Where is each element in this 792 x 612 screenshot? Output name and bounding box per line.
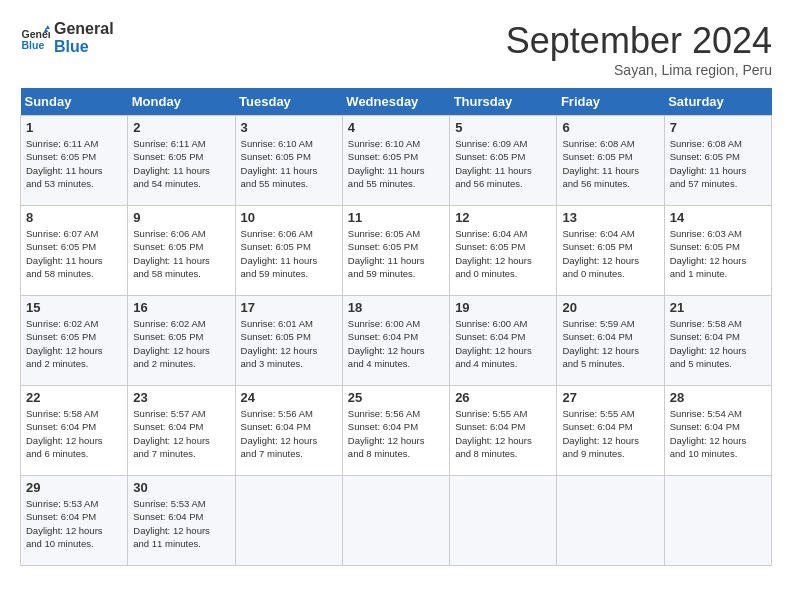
day-info: Sunrise: 6:01 AM Sunset: 6:05 PM Dayligh… [241, 317, 337, 370]
day-info: Sunrise: 5:58 AM Sunset: 6:04 PM Dayligh… [26, 407, 122, 460]
day-number: 5 [455, 120, 551, 135]
day-number: 12 [455, 210, 551, 225]
day-info: Sunrise: 6:00 AM Sunset: 6:04 PM Dayligh… [348, 317, 444, 370]
col-header-thursday: Thursday [450, 88, 557, 116]
calendar-cell [235, 476, 342, 566]
calendar-cell: 16Sunrise: 6:02 AM Sunset: 6:05 PM Dayli… [128, 296, 235, 386]
col-header-saturday: Saturday [664, 88, 771, 116]
calendar-cell: 25Sunrise: 5:56 AM Sunset: 6:04 PM Dayli… [342, 386, 449, 476]
calendar-cell: 4Sunrise: 6:10 AM Sunset: 6:05 PM Daylig… [342, 116, 449, 206]
col-header-monday: Monday [128, 88, 235, 116]
col-header-wednesday: Wednesday [342, 88, 449, 116]
calendar-cell [342, 476, 449, 566]
day-info: Sunrise: 6:02 AM Sunset: 6:05 PM Dayligh… [133, 317, 229, 370]
day-number: 10 [241, 210, 337, 225]
calendar-cell [664, 476, 771, 566]
calendar-cell: 13Sunrise: 6:04 AM Sunset: 6:05 PM Dayli… [557, 206, 664, 296]
calendar-body: 1Sunrise: 6:11 AM Sunset: 6:05 PM Daylig… [21, 116, 772, 566]
day-number: 11 [348, 210, 444, 225]
day-info: Sunrise: 6:06 AM Sunset: 6:05 PM Dayligh… [133, 227, 229, 280]
day-number: 28 [670, 390, 766, 405]
day-info: Sunrise: 5:57 AM Sunset: 6:04 PM Dayligh… [133, 407, 229, 460]
calendar-week-5: 29Sunrise: 5:53 AM Sunset: 6:04 PM Dayli… [21, 476, 772, 566]
day-info: Sunrise: 6:11 AM Sunset: 6:05 PM Dayligh… [26, 137, 122, 190]
calendar-cell: 14Sunrise: 6:03 AM Sunset: 6:05 PM Dayli… [664, 206, 771, 296]
day-number: 20 [562, 300, 658, 315]
calendar-cell: 26Sunrise: 5:55 AM Sunset: 6:04 PM Dayli… [450, 386, 557, 476]
day-number: 2 [133, 120, 229, 135]
svg-text:Blue: Blue [22, 38, 45, 50]
calendar-cell: 19Sunrise: 6:00 AM Sunset: 6:04 PM Dayli… [450, 296, 557, 386]
calendar-cell: 8Sunrise: 6:07 AM Sunset: 6:05 PM Daylig… [21, 206, 128, 296]
calendar-cell: 10Sunrise: 6:06 AM Sunset: 6:05 PM Dayli… [235, 206, 342, 296]
calendar-cell: 20Sunrise: 5:59 AM Sunset: 6:04 PM Dayli… [557, 296, 664, 386]
day-number: 21 [670, 300, 766, 315]
day-number: 6 [562, 120, 658, 135]
calendar-cell: 24Sunrise: 5:56 AM Sunset: 6:04 PM Dayli… [235, 386, 342, 476]
calendar-cell: 7Sunrise: 6:08 AM Sunset: 6:05 PM Daylig… [664, 116, 771, 206]
day-number: 8 [26, 210, 122, 225]
day-number: 3 [241, 120, 337, 135]
day-info: Sunrise: 5:54 AM Sunset: 6:04 PM Dayligh… [670, 407, 766, 460]
calendar-cell: 18Sunrise: 6:00 AM Sunset: 6:04 PM Dayli… [342, 296, 449, 386]
day-info: Sunrise: 6:08 AM Sunset: 6:05 PM Dayligh… [670, 137, 766, 190]
day-number: 15 [26, 300, 122, 315]
day-number: 19 [455, 300, 551, 315]
day-info: Sunrise: 5:53 AM Sunset: 6:04 PM Dayligh… [133, 497, 229, 550]
day-number: 16 [133, 300, 229, 315]
calendar-week-2: 8Sunrise: 6:07 AM Sunset: 6:05 PM Daylig… [21, 206, 772, 296]
day-number: 24 [241, 390, 337, 405]
day-info: Sunrise: 6:04 AM Sunset: 6:05 PM Dayligh… [455, 227, 551, 280]
calendar-cell: 12Sunrise: 6:04 AM Sunset: 6:05 PM Dayli… [450, 206, 557, 296]
day-number: 14 [670, 210, 766, 225]
calendar-week-3: 15Sunrise: 6:02 AM Sunset: 6:05 PM Dayli… [21, 296, 772, 386]
day-info: Sunrise: 5:55 AM Sunset: 6:04 PM Dayligh… [562, 407, 658, 460]
day-number: 7 [670, 120, 766, 135]
day-number: 25 [348, 390, 444, 405]
day-info: Sunrise: 5:59 AM Sunset: 6:04 PM Dayligh… [562, 317, 658, 370]
day-info: Sunrise: 6:04 AM Sunset: 6:05 PM Dayligh… [562, 227, 658, 280]
day-info: Sunrise: 6:05 AM Sunset: 6:05 PM Dayligh… [348, 227, 444, 280]
svg-marker-2 [46, 25, 51, 29]
page-header: General Blue General Blue September 2024… [20, 20, 772, 78]
calendar-cell: 22Sunrise: 5:58 AM Sunset: 6:04 PM Dayli… [21, 386, 128, 476]
day-info: Sunrise: 6:10 AM Sunset: 6:05 PM Dayligh… [241, 137, 337, 190]
calendar-cell: 15Sunrise: 6:02 AM Sunset: 6:05 PM Dayli… [21, 296, 128, 386]
day-info: Sunrise: 6:02 AM Sunset: 6:05 PM Dayligh… [26, 317, 122, 370]
calendar-cell: 30Sunrise: 5:53 AM Sunset: 6:04 PM Dayli… [128, 476, 235, 566]
day-number: 23 [133, 390, 229, 405]
calendar-cell: 17Sunrise: 6:01 AM Sunset: 6:05 PM Dayli… [235, 296, 342, 386]
day-info: Sunrise: 6:03 AM Sunset: 6:05 PM Dayligh… [670, 227, 766, 280]
day-info: Sunrise: 5:53 AM Sunset: 6:04 PM Dayligh… [26, 497, 122, 550]
day-number: 1 [26, 120, 122, 135]
calendar-week-4: 22Sunrise: 5:58 AM Sunset: 6:04 PM Dayli… [21, 386, 772, 476]
location-subtitle: Sayan, Lima region, Peru [506, 62, 772, 78]
calendar-cell [557, 476, 664, 566]
title-block: September 2024 Sayan, Lima region, Peru [506, 20, 772, 78]
calendar-table: SundayMondayTuesdayWednesdayThursdayFrid… [20, 88, 772, 566]
day-info: Sunrise: 6:10 AM Sunset: 6:05 PM Dayligh… [348, 137, 444, 190]
logo-line1: General [54, 20, 114, 38]
calendar-cell: 5Sunrise: 6:09 AM Sunset: 6:05 PM Daylig… [450, 116, 557, 206]
col-header-sunday: Sunday [21, 88, 128, 116]
calendar-cell: 23Sunrise: 5:57 AM Sunset: 6:04 PM Dayli… [128, 386, 235, 476]
calendar-cell: 3Sunrise: 6:10 AM Sunset: 6:05 PM Daylig… [235, 116, 342, 206]
col-header-friday: Friday [557, 88, 664, 116]
day-number: 4 [348, 120, 444, 135]
day-number: 22 [26, 390, 122, 405]
day-number: 27 [562, 390, 658, 405]
calendar-week-1: 1Sunrise: 6:11 AM Sunset: 6:05 PM Daylig… [21, 116, 772, 206]
month-title: September 2024 [506, 20, 772, 62]
calendar-cell: 11Sunrise: 6:05 AM Sunset: 6:05 PM Dayli… [342, 206, 449, 296]
day-info: Sunrise: 6:08 AM Sunset: 6:05 PM Dayligh… [562, 137, 658, 190]
day-info: Sunrise: 6:06 AM Sunset: 6:05 PM Dayligh… [241, 227, 337, 280]
calendar-cell: 29Sunrise: 5:53 AM Sunset: 6:04 PM Dayli… [21, 476, 128, 566]
calendar-cell [450, 476, 557, 566]
day-number: 13 [562, 210, 658, 225]
day-info: Sunrise: 5:56 AM Sunset: 6:04 PM Dayligh… [348, 407, 444, 460]
day-info: Sunrise: 6:07 AM Sunset: 6:05 PM Dayligh… [26, 227, 122, 280]
logo: General Blue General Blue [20, 20, 114, 55]
logo-icon: General Blue [20, 23, 50, 53]
calendar-cell: 9Sunrise: 6:06 AM Sunset: 6:05 PM Daylig… [128, 206, 235, 296]
day-info: Sunrise: 6:11 AM Sunset: 6:05 PM Dayligh… [133, 137, 229, 190]
